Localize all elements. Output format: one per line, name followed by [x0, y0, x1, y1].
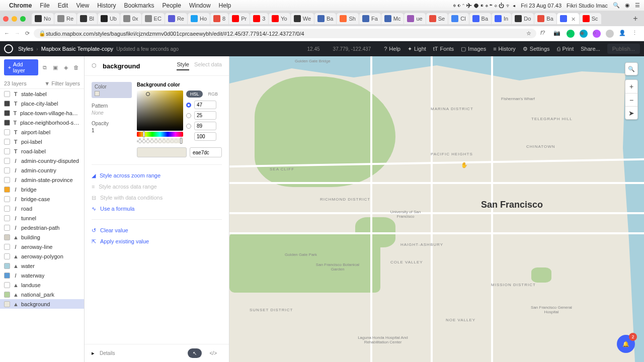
- layer-item[interactable]: ▲water: [0, 261, 84, 270]
- layer-item[interactable]: Troad-label: [0, 146, 84, 156]
- radio-l[interactable]: [186, 124, 191, 129]
- radio-h[interactable]: [186, 103, 191, 108]
- browser-tab[interactable]: Pr: [229, 13, 250, 24]
- compass[interactable]: ➤: [625, 106, 637, 119]
- layer-item[interactable]: /pedestrian-path: [0, 223, 84, 232]
- browser-tab[interactable]: Ba: [534, 13, 556, 24]
- browser-tab[interactable]: Mc: [381, 13, 404, 24]
- action-zoom-range[interactable]: ◢ Style across zoom range: [92, 170, 222, 181]
- zoom-in[interactable]: +: [625, 80, 637, 93]
- fonts-button[interactable]: tT Fonts: [433, 46, 454, 52]
- browser-tab[interactable]: Se: [426, 13, 448, 24]
- menu-icon[interactable]: ⋮: [632, 30, 640, 38]
- action-apply[interactable]: ⇱ Apply existing value: [92, 236, 222, 247]
- ext-6[interactable]: [606, 30, 614, 38]
- menu-bookmarks[interactable]: Bookmarks: [124, 2, 154, 9]
- browser-tab[interactable]: Re: [54, 13, 76, 24]
- layer-item[interactable]: Tairport-label: [0, 127, 84, 137]
- panel-back-icon[interactable]: ⬡: [92, 62, 99, 69]
- browser-tab[interactable]: Do: [512, 13, 534, 24]
- history-button[interactable]: ≡ History: [493, 46, 516, 52]
- hex-input[interactable]: [190, 147, 222, 157]
- star-icon[interactable]: ☆: [526, 30, 531, 37]
- browser-tab[interactable]: 3: [250, 13, 268, 24]
- browser-tab[interactable]: Re: [165, 13, 187, 24]
- radio-s[interactable]: [186, 113, 191, 118]
- saturation-picker[interactable]: [137, 90, 183, 131]
- cursor-mode[interactable]: ↖: [188, 348, 202, 358]
- layer-item[interactable]: ▲background: [0, 299, 84, 309]
- reload-button[interactable]: ⟳: [25, 30, 30, 37]
- browser-tab[interactable]: ✕: [557, 13, 579, 24]
- layer-item[interactable]: Tstate-label: [0, 89, 84, 99]
- layer-item[interactable]: ▲landuse: [0, 280, 84, 290]
- input-a[interactable]: [194, 132, 216, 141]
- print-button[interactable]: ⎙ Print: [557, 46, 574, 52]
- prop-pattern[interactable]: Pattern None: [92, 103, 132, 116]
- input-h[interactable]: [194, 101, 216, 109]
- add-layer-button[interactable]: + Add layer: [4, 59, 38, 75]
- layer-item[interactable]: ▲national_park: [0, 290, 84, 299]
- tab-style[interactable]: Style: [177, 61, 189, 70]
- layer-item[interactable]: ▲aeroway-polygon: [0, 251, 84, 261]
- layer-item[interactable]: /admin-country-disputed: [0, 156, 84, 165]
- menu-view[interactable]: View: [76, 2, 89, 9]
- layer-item[interactable]: /bridge: [0, 185, 84, 194]
- style-name[interactable]: Mapbox Basic Template-copy: [41, 46, 113, 52]
- help-button[interactable]: ? Help: [384, 46, 400, 52]
- browser-tab[interactable]: 0x: [120, 13, 141, 24]
- siri-icon[interactable]: ◉: [625, 2, 630, 9]
- browser-tab[interactable]: Yo: [269, 13, 290, 24]
- layer-item[interactable]: /aeroway-line: [0, 242, 84, 251]
- share-button[interactable]: Share...: [581, 46, 600, 52]
- map-search[interactable]: 🔍: [625, 62, 638, 75]
- layer-item[interactable]: /bridge-case: [0, 194, 84, 204]
- map-canvas[interactable]: San Francisco MARINA DISTRICT PACIFIC HE…: [229, 56, 644, 362]
- layer-item[interactable]: /road: [0, 204, 84, 213]
- layer-item[interactable]: /tunnel: [0, 213, 84, 223]
- settings-button[interactable]: ⚙ Settings: [523, 46, 550, 52]
- maximize-window[interactable]: [20, 16, 26, 22]
- light-button[interactable]: ✦ Light: [408, 46, 426, 52]
- browser-tab[interactable]: ue: [404, 13, 425, 24]
- tab-select-data[interactable]: Select data: [194, 61, 222, 70]
- mapbox-logo[interactable]: [4, 44, 13, 53]
- forward-button[interactable]: →: [15, 30, 20, 37]
- list-icon[interactable]: ☰: [635, 2, 640, 9]
- layer-item[interactable]: /waterway: [0, 270, 84, 280]
- layer-item[interactable]: /admin-state-province: [0, 175, 84, 185]
- layer-item[interactable]: /admin-country: [0, 165, 84, 175]
- browser-tab[interactable]: Ba: [469, 13, 491, 24]
- app-name[interactable]: Chrome: [9, 2, 32, 9]
- details-toggle[interactable]: ▸: [92, 350, 95, 356]
- status-icons[interactable]: ◉ ◐ ⌃ ✈ ⬤ ◧ ⊕ ☁ ⊘ ⏻ ᯤ ◀: [453, 3, 516, 9]
- browser-tab[interactable]: Ub: [98, 13, 120, 24]
- menu-help[interactable]: Help: [219, 2, 231, 9]
- breadcrumb-styles[interactable]: Styles: [18, 46, 33, 52]
- layer-item[interactable]: Tpoi-label: [0, 137, 84, 146]
- menu-window[interactable]: Window: [189, 2, 211, 9]
- browser-tab[interactable]: In: [492, 13, 511, 24]
- menu-people[interactable]: People: [163, 2, 181, 9]
- ext-2[interactable]: 📷: [553, 30, 561, 38]
- browser-tab[interactable]: We: [291, 13, 314, 24]
- ext-1[interactable]: f?: [540, 30, 548, 38]
- layer-item[interactable]: Tplace-town-village-hamlet-label: [0, 108, 84, 118]
- delete-icon[interactable]: 🗑: [72, 63, 80, 71]
- back-button[interactable]: ←: [4, 30, 10, 37]
- layer-item[interactable]: Tplace-city-label: [0, 99, 84, 108]
- prop-opacity[interactable]: Opacity 1: [92, 121, 132, 133]
- filter-layers[interactable]: ▼ Filter layers: [44, 80, 80, 86]
- browser-tab[interactable]: Ba: [314, 13, 336, 24]
- browser-tab[interactable]: Cl: [448, 13, 468, 24]
- prop-color[interactable]: Color: [92, 82, 132, 98]
- close-window[interactable]: [3, 16, 9, 22]
- menu-history[interactable]: History: [97, 2, 116, 9]
- user-name[interactable]: Fikri Studio Imac: [567, 3, 608, 9]
- zoom-out[interactable]: −: [625, 93, 637, 106]
- layer-item[interactable]: ▲building: [0, 232, 84, 242]
- hue-slider[interactable]: [137, 132, 183, 137]
- mode-hsl[interactable]: HSL: [186, 90, 203, 98]
- menu-edit[interactable]: Edit: [58, 2, 68, 9]
- profile-icon[interactable]: 👤: [619, 30, 627, 38]
